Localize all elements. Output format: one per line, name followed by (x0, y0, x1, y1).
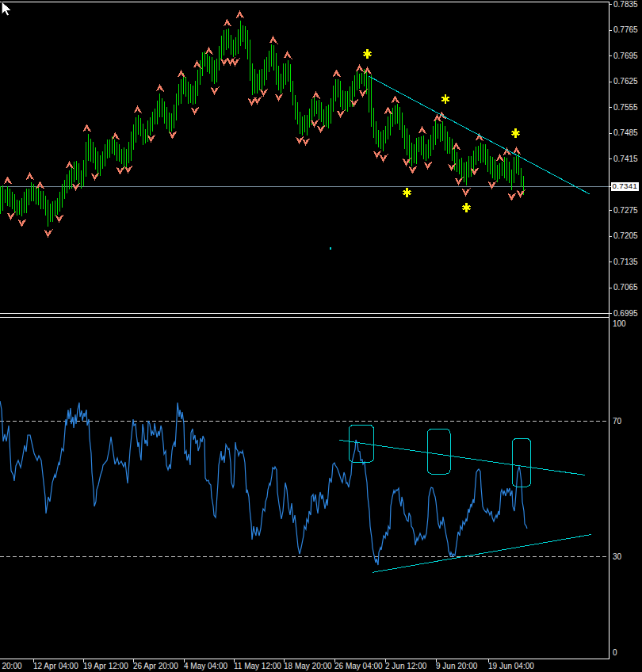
svg-text:0: 0 (613, 648, 617, 657)
svg-text:0.7135: 0.7135 (613, 258, 638, 266)
svg-text:70: 70 (613, 417, 622, 426)
svg-text:0.7065: 0.7065 (613, 283, 638, 292)
svg-text:12 Apr 04:00: 12 Apr 04:00 (33, 662, 78, 670)
svg-text:0.7555: 0.7555 (613, 103, 638, 112)
svg-text:9 Jun 20:00: 9 Jun 20:00 (436, 662, 478, 670)
svg-text:0.7695: 0.7695 (613, 52, 638, 60)
svg-text:0.7485: 0.7485 (613, 128, 638, 137)
svg-text:0.7625: 0.7625 (613, 77, 638, 86)
svg-text:26 May 04:00: 26 May 04:00 (334, 662, 383, 670)
svg-text:0.6995: 0.6995 (613, 309, 638, 318)
svg-text:4 May 04:00: 4 May 04:00 (184, 662, 227, 670)
svg-text:100: 100 (613, 319, 626, 328)
svg-text:0.7415: 0.7415 (613, 155, 638, 163)
svg-text:0.7275: 0.7275 (613, 206, 638, 215)
svg-text:11 May 12:00: 11 May 12:00 (234, 662, 281, 670)
svg-text:0.7835: 0.7835 (613, 0, 638, 9)
svg-text:0.7205: 0.7205 (613, 231, 638, 240)
svg-text:2 Jun 12:00: 2 Jun 12:00 (385, 662, 427, 670)
svg-text:30: 30 (613, 552, 622, 561)
svg-text:19 Jun 04:00: 19 Jun 04:00 (488, 662, 534, 670)
svg-text:0.7341: 0.7341 (612, 181, 637, 190)
svg-text:0.7765: 0.7765 (613, 25, 638, 34)
svg-text:26 Apr 20:00: 26 Apr 20:00 (133, 662, 178, 670)
svg-text:20:00: 20:00 (2, 662, 22, 670)
svg-text:18 May 20:00: 18 May 20:00 (284, 662, 332, 670)
svg-text:19 Apr 12:00: 19 Apr 12:00 (83, 662, 128, 670)
